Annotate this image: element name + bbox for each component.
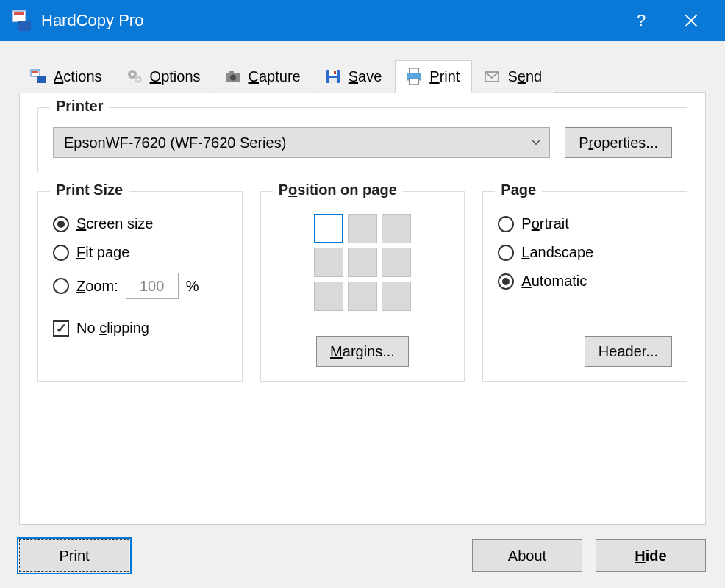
svg-rect-1 <box>32 71 38 73</box>
radio-label: Fit page <box>76 244 129 261</box>
tab-label: Actions <box>54 68 102 85</box>
radio-icon <box>53 278 69 294</box>
group-title: Print Size <box>50 182 129 198</box>
options-icon <box>125 67 144 86</box>
radio-icon <box>53 245 69 261</box>
svg-rect-14 <box>410 68 419 74</box>
print-size-group: Print Size Screen size Fit page Zoom: <box>38 191 243 382</box>
svg-rect-16 <box>410 79 419 85</box>
pos-cell-1[interactable] <box>348 214 377 243</box>
properties-button[interactable]: Properties... <box>565 127 672 158</box>
printer-selected: EpsonWF-7620 (WF-7620 Series) <box>64 135 286 151</box>
checkbox-no-clipping[interactable]: No clipping <box>53 320 227 337</box>
radio-label: Landscape <box>521 244 593 261</box>
radio-icon <box>498 245 514 261</box>
close-button[interactable] <box>675 4 707 37</box>
radio-portrait[interactable]: Portrait <box>498 215 672 232</box>
zoom-input[interactable] <box>126 273 179 299</box>
position-grid <box>314 214 411 311</box>
print-button[interactable]: Print <box>19 539 129 572</box>
client-area: Actions Options Capture Save <box>0 41 725 588</box>
radio-automatic[interactable]: Automatic <box>498 273 672 290</box>
svg-rect-2 <box>37 76 46 83</box>
svg-rect-11 <box>329 70 338 76</box>
page-group: Page Portrait Landscape Automatic <box>482 191 688 382</box>
checkbox-label: No clipping <box>76 320 149 337</box>
chevron-down-icon <box>530 135 542 151</box>
margins-button[interactable]: Margins... <box>316 336 409 367</box>
svg-rect-9 <box>229 71 234 74</box>
radio-label: Automatic <box>521 273 587 290</box>
radio-landscape[interactable]: Landscape <box>498 244 672 261</box>
tab-label: Print <box>429 68 460 85</box>
group-title: Printer <box>50 98 109 115</box>
pos-cell-2[interactable] <box>382 214 411 243</box>
window: HardCopy Pro ? Actions Options <box>0 0 725 588</box>
hide-button[interactable]: Hide <box>596 539 706 572</box>
tab-save[interactable]: Save <box>314 60 395 93</box>
radio-zoom[interactable]: Zoom: % <box>53 273 227 299</box>
tab-capture[interactable]: Capture <box>214 60 313 93</box>
radio-label: Screen size <box>76 215 154 232</box>
app-icon <box>10 10 31 31</box>
help-button[interactable]: ? <box>625 4 657 37</box>
radio-label: Portrait <box>521 215 568 232</box>
svg-point-6 <box>137 78 139 80</box>
pos-cell-6[interactable] <box>314 282 343 311</box>
tab-bar: Actions Options Capture Save <box>19 60 706 93</box>
pos-cell-0[interactable] <box>314 214 343 243</box>
send-icon <box>482 67 501 86</box>
pos-cell-7[interactable] <box>348 282 377 311</box>
titlebar: HardCopy Pro ? <box>0 0 725 41</box>
tab-label: Capture <box>249 68 301 85</box>
svg-point-8 <box>230 75 236 81</box>
pos-cell-5[interactable] <box>382 248 411 277</box>
radio-screen-size[interactable]: Screen size <box>53 215 227 232</box>
svg-point-4 <box>131 73 134 76</box>
tab-options[interactable]: Options <box>115 60 213 93</box>
radio-label: Zoom: <box>76 278 118 295</box>
tab-print[interactable]: Print <box>395 60 472 93</box>
zoom-pct: % <box>186 278 199 295</box>
tab-label: Save <box>349 68 382 85</box>
pos-cell-3[interactable] <box>314 248 343 277</box>
pos-cell-8[interactable] <box>382 282 411 311</box>
group-title: Position on page <box>273 182 403 198</box>
radio-fit-page[interactable]: Fit page <box>53 244 227 261</box>
tab-label: Send <box>507 68 542 85</box>
svg-rect-12 <box>334 71 336 74</box>
window-title: HardCopy Pro <box>41 11 625 30</box>
printer-group: Printer EpsonWF-7620 (WF-7620 Series) Pr… <box>38 107 688 173</box>
radio-icon <box>498 273 514 290</box>
header-button[interactable]: Header... <box>585 336 672 367</box>
bottom-bar: Print About Hide <box>19 539 706 572</box>
printer-dropdown[interactable]: EpsonWF-7620 (WF-7620 Series) <box>53 127 550 158</box>
checkbox-icon <box>53 320 69 337</box>
tab-send[interactable]: Send <box>473 60 554 93</box>
about-button[interactable]: About <box>472 539 582 572</box>
svg-rect-13 <box>329 78 338 83</box>
capture-icon <box>224 67 243 86</box>
tab-panel-print: Printer EpsonWF-7620 (WF-7620 Series) Pr… <box>19 92 706 525</box>
radio-icon <box>53 216 69 232</box>
actions-icon <box>29 67 48 86</box>
tab-label: Options <box>150 68 201 85</box>
save-icon <box>324 67 343 86</box>
group-title: Page <box>495 182 542 198</box>
pos-cell-4[interactable] <box>348 248 377 277</box>
radio-icon <box>498 216 514 232</box>
position-group: Position on page Margins... <box>260 191 465 382</box>
print-icon <box>404 67 424 86</box>
tab-actions[interactable]: Actions <box>19 60 115 93</box>
